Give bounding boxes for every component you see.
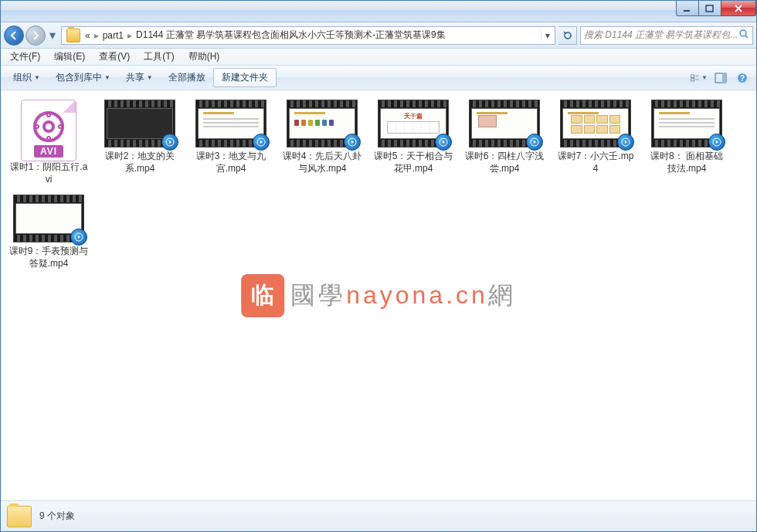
watermark-seal: 临	[241, 274, 284, 317]
status-folder-icon	[7, 506, 32, 527]
search-icon	[738, 29, 749, 42]
refresh-button[interactable]	[558, 26, 577, 45]
file-item[interactable]: 课时9：手表预测与答疑.mp4	[8, 195, 89, 269]
toolbar-include[interactable]: 包含到库中▼	[48, 68, 118, 87]
svg-rect-1	[706, 5, 713, 12]
file-label: 课时8： 面相基础技法.mp4	[647, 151, 727, 175]
menu-file[interactable]: 文件(F)	[4, 49, 46, 65]
menubar: 文件(F) 编辑(E) 查看(V) 工具(T) 帮助(H)	[1, 49, 756, 66]
help-button[interactable]: ?	[733, 69, 752, 86]
menu-tools[interactable]: 工具(T)	[137, 49, 180, 65]
video-thumbnail	[469, 100, 540, 147]
back-button[interactable]	[4, 25, 24, 46]
video-thumbnail	[651, 100, 722, 147]
view-options-button[interactable]: ▼	[690, 69, 708, 86]
file-label: 课时5：天干相合与花甲.mp4	[373, 151, 453, 175]
menu-help[interactable]: 帮助(H)	[182, 49, 226, 65]
close-button[interactable]	[721, 1, 756, 16]
menu-view[interactable]: 查看(V)	[93, 49, 136, 65]
breadcrumb-current[interactable]: D1144 正藩堂 易学筑基课程包含面相风水小六壬等预测术-正藩堂筑基课9集	[134, 29, 447, 42]
video-thumbnail	[287, 100, 358, 147]
watermark: 临 國學nayona.cn網	[241, 274, 516, 317]
file-label: 课时4：先后天八卦与风水.mp4	[282, 151, 362, 175]
content-area[interactable]: AVI 课时1：阴阳五行.avi 课时2：地支的关系.mp4 课时3：地支与九宫…	[1, 90, 756, 500]
play-badge-icon	[435, 134, 452, 151]
toolbar-playall[interactable]: 全部播放	[161, 68, 213, 87]
play-badge-icon	[708, 134, 725, 151]
nav-history-dropdown[interactable]: ▾	[47, 28, 58, 43]
toolbar-share[interactable]: 共享▼	[118, 68, 161, 87]
file-label: 课时1：阴阳五行.avi	[8, 161, 89, 185]
toolbar-new-folder[interactable]: 新建文件夹	[213, 68, 277, 87]
file-item[interactable]: 课时3：地支与九宫.mp4	[191, 100, 271, 185]
menu-edit[interactable]: 编辑(E)	[48, 49, 91, 65]
video-thumbnail	[13, 195, 84, 242]
toolbar-organize[interactable]: 组织▼	[5, 68, 48, 87]
status-text: 9 个对象	[39, 510, 75, 523]
file-label: 课时6：四柱八字浅尝.mp4	[464, 151, 545, 175]
video-thumbnail: 天干篇	[378, 100, 449, 147]
file-label: 课时2：地支的关系.mp4	[100, 151, 180, 175]
nav-arrows: ▾	[4, 25, 58, 46]
play-badge-icon	[253, 134, 270, 151]
statusbar: 9 个对象	[1, 500, 756, 531]
file-item[interactable]: 课时2：地支的关系.mp4	[100, 100, 180, 185]
svg-text:?: ?	[740, 74, 745, 83]
folder-icon	[66, 29, 80, 42]
avi-file-icon: AVI	[21, 100, 76, 161]
play-badge-icon	[344, 134, 361, 151]
forward-button[interactable]	[25, 25, 46, 46]
video-thumbnail	[104, 100, 175, 147]
preview-pane-button[interactable]	[711, 69, 730, 86]
address-bar[interactable]: « ▸ part1 ▸ D1144 正藩堂 易学筑基课程包含面相风水小六壬等预测…	[61, 26, 555, 45]
video-thumbnail	[195, 100, 266, 147]
svg-rect-0	[684, 10, 690, 12]
breadcrumb-prefix: «	[83, 30, 92, 41]
file-label: 课时9：手表预测与答疑.mp4	[8, 246, 89, 269]
play-badge-icon	[617, 134, 634, 151]
video-thumbnail	[560, 100, 631, 147]
play-badge-icon	[161, 134, 178, 151]
svg-rect-6	[722, 73, 726, 83]
search-box[interactable]: 搜索 D1144 正藩堂 易学筑基课程包...	[580, 26, 753, 45]
play-badge-icon	[70, 229, 87, 246]
play-badge-icon	[526, 134, 543, 151]
file-item[interactable]: AVI 课时1：阴阳五行.avi	[8, 100, 89, 185]
file-grid: AVI 课时1：阴阳五行.avi 课时2：地支的关系.mp4 课时3：地支与九宫…	[8, 100, 749, 269]
navbar: ▾ « ▸ part1 ▸ D1144 正藩堂 易学筑基课程包含面相风水小六壬等…	[1, 22, 756, 49]
svg-point-2	[740, 30, 746, 36]
search-placeholder: 搜索 D1144 正藩堂 易学筑基课程包...	[584, 29, 738, 42]
avi-badge: AVI	[34, 145, 63, 158]
minimize-button[interactable]	[676, 1, 699, 16]
file-item[interactable]: 课时4：先后天八卦与风水.mp4	[282, 100, 362, 185]
maximize-button[interactable]	[698, 1, 721, 16]
file-item[interactable]: 课时7：小六壬.mp4	[555, 100, 636, 185]
breadcrumb-separator: ▸	[127, 30, 132, 41]
file-item[interactable]: 课时8： 面相基础技法.mp4	[647, 100, 727, 185]
watermark-text: 國學nayona.cn網	[290, 279, 516, 313]
address-dropdown[interactable]: ▾	[541, 30, 553, 41]
file-item[interactable]: 课时6：四柱八字浅尝.mp4	[464, 100, 545, 185]
svg-rect-4	[691, 78, 694, 80]
toolbar: 组织▼ 包含到库中▼ 共享▼ 全部播放 新建文件夹 ▼ ?	[1, 66, 756, 90]
breadcrumb-part1[interactable]: part1	[101, 30, 125, 41]
explorer-window: ▾ « ▸ part1 ▸ D1144 正藩堂 易学筑基课程包含面相风水小六壬等…	[0, 0, 757, 532]
file-label: 课时3：地支与九宫.mp4	[191, 151, 271, 175]
window-controls	[677, 1, 756, 16]
file-item[interactable]: 天干篇 课时5：天干相合与花甲.mp4	[373, 100, 453, 185]
breadcrumb-separator: ▸	[94, 30, 99, 41]
file-label: 课时7：小六壬.mp4	[555, 151, 636, 175]
titlebar	[1, 1, 756, 22]
svg-rect-3	[691, 74, 694, 76]
